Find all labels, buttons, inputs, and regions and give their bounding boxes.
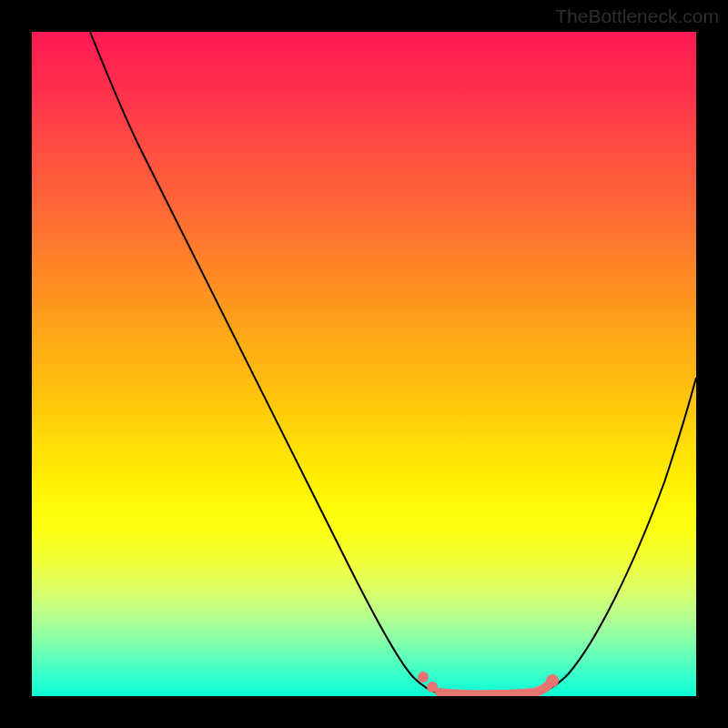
optimal-zone-marker [440,681,552,694]
left-curve [90,32,440,693]
chart-curves [32,32,696,696]
attribution-text: TheBottleneck.com [555,5,719,27]
plot-area [32,32,696,696]
right-curve [535,378,696,693]
marker-dot-left-upper [418,672,429,682]
marker-dot-right [546,674,559,687]
